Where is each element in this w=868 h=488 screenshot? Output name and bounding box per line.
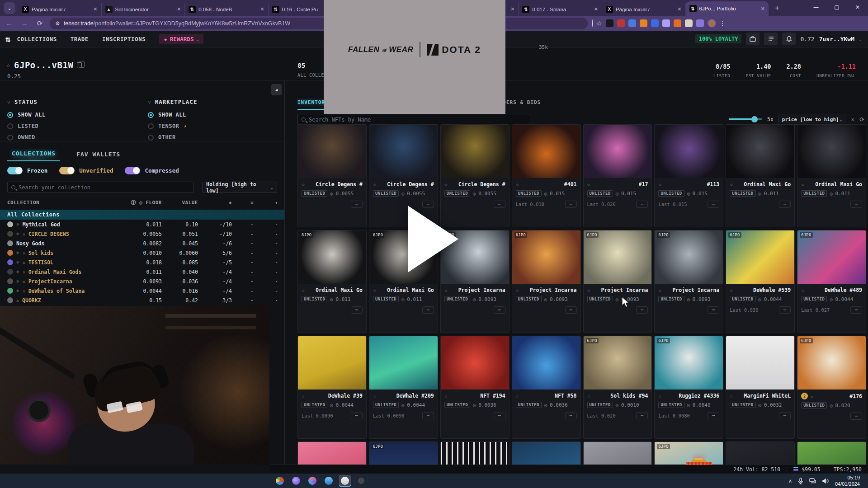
favorite-star-icon[interactable]: ☆	[302, 181, 305, 188]
nft-image[interactable]	[655, 125, 723, 178]
nft-image[interactable]	[797, 442, 866, 465]
nft-image[interactable]	[726, 125, 794, 178]
browser-tab[interactable]: X Página Inicial / ✕	[602, 3, 686, 16]
collection-row[interactable]: ⚛ ⚠ Ordinal Maxi Gods 0.011 0.040 -/4 - …	[0, 267, 284, 277]
nft-card[interactable]: 6JPO ☆ DeWhale #539 UNLISTED ◎ 0.0044 La…	[726, 230, 795, 333]
card-menu-button[interactable]: ⋯	[351, 412, 363, 419]
activity-list-icon[interactable]	[764, 33, 778, 45]
taskbar-clock[interactable]: 05:19 04/01/2024	[835, 474, 860, 488]
nft-image[interactable]	[369, 336, 438, 389]
nft-search-input[interactable]: Search NFTs by Name	[297, 114, 530, 125]
favorite-star-icon[interactable]: ☆	[373, 287, 376, 293]
taskbar-app-icon[interactable]	[307, 475, 318, 487]
nft-image[interactable]	[298, 442, 366, 465]
nft-card[interactable]: ☆ MarginFi WhiteL UNLISTED ◎ 0.0032 ⋯	[726, 336, 795, 439]
nft-card[interactable]: 6JPO ☆ Ordinal Maxi Go UNLISTED ◎ 0.011	[297, 230, 367, 333]
extension-icon[interactable]	[617, 19, 625, 27]
tab-close-icon[interactable]: ✕	[93, 6, 97, 12]
nft-card[interactable]: ☆ NFT #194 UNLISTED ◎ 0.0036 ⋯	[440, 336, 509, 439]
nft-image[interactable]: 6JPO	[797, 230, 866, 284]
nav-link[interactable]: INSCRIPTIONS	[102, 36, 146, 42]
nft-card[interactable]: 6JPO ☆ UNLISTED ◎ ⋯	[369, 441, 438, 465]
favorite-star-icon[interactable]: ☆	[587, 287, 590, 293]
floor-column-header[interactable]: ⓢ ◎ FLOOR	[117, 199, 162, 206]
favorite-star-icon[interactable]: ☆	[373, 181, 376, 188]
card-menu-button[interactable]: ⋯	[708, 412, 719, 419]
collection-sort-dropdown[interactable]: Holding [high to low] ⌄	[202, 182, 277, 193]
nft-image[interactable]	[726, 442, 794, 465]
nft-card[interactable]: ☆ DeWhale #39 UNLISTED ◎ 0.0044 Last 0.0…	[297, 336, 367, 439]
microphone-icon[interactable]	[798, 478, 803, 484]
card-menu-button[interactable]: ⋯	[494, 412, 505, 419]
nft-image[interactable]	[441, 125, 509, 178]
favorite-star-icon[interactable]: ☆	[516, 393, 519, 399]
card-menu-button[interactable]: ⋯	[779, 412, 791, 419]
favorite-star-icon[interactable]: ☆	[801, 287, 804, 293]
address-bar[interactable]: ⚙ tensor.trade/portfolio?wallet=6JPovTGY…	[50, 18, 588, 29]
minimize-button[interactable]: —	[806, 0, 826, 14]
taskbar-app-icon[interactable]	[290, 475, 302, 487]
tab-search-button[interactable]: ⌄	[4, 2, 15, 14]
favorite-star-icon[interactable]: ☆	[444, 181, 448, 188]
browser-tab[interactable]: ⇅ 0.017 - Solana ✕	[519, 3, 602, 16]
extension-icon[interactable]	[640, 19, 647, 27]
nft-image[interactable]: 6JPO	[726, 230, 794, 284]
nft-card[interactable]: ☆ Ordinal Maxi Go UNLISTED ◎ 0.011 ⋯	[726, 124, 795, 227]
tray-expand-icon[interactable]: ∧	[788, 478, 792, 484]
nft-card[interactable]: 6JPO ☆ Project Incarna UNLISTED ◎ 0.0093	[654, 230, 723, 333]
all-collections-row[interactable]: All Collections	[0, 210, 284, 220]
nft-card[interactable]: 6JPO ☆ Sol kids #94 UNLISTED ◎ 0.0010 La…	[583, 336, 652, 439]
marketplace-radio-option[interactable]: SHOW ALL	[148, 112, 197, 118]
nft-image[interactable]: 6JPO	[655, 336, 723, 389]
forward-button[interactable]: →	[18, 17, 31, 30]
card-menu-button[interactable]: ⋯	[850, 306, 862, 314]
star-column-header[interactable]: ✦	[254, 200, 278, 206]
taskbar-app-icon[interactable]	[274, 475, 286, 487]
status-radio-option[interactable]: SHOW ALL	[7, 112, 46, 118]
speaker-icon[interactable]	[822, 478, 829, 484]
clear-filters-icon[interactable]: ✕	[851, 116, 854, 122]
nft-image[interactable]	[441, 336, 509, 389]
nft-image[interactable]: 6JPO	[797, 336, 866, 389]
tensor-logo-icon[interactable]: ⇅	[5, 34, 10, 44]
browser-tab[interactable]: X Página Inicial / ✕	[18, 3, 102, 16]
portfolio-briefcase-icon[interactable]	[746, 33, 760, 45]
grid-zoom-slider[interactable]	[729, 118, 762, 120]
connected-wallet-button[interactable]: 7usr..YKwM	[819, 36, 854, 42]
value-column-header[interactable]: VALUE	[162, 200, 198, 206]
favorite-star-icon[interactable]: ☆	[658, 181, 661, 188]
nft-image[interactable]: 6JPO	[298, 230, 366, 284]
browser-menu-icon[interactable]: ⋮	[720, 20, 726, 27]
card-menu-button[interactable]: ⋯	[636, 201, 648, 208]
tab-close-icon[interactable]: ✕	[510, 6, 514, 12]
card-menu-button[interactable]: ⋯	[779, 306, 791, 314]
collection-row[interactable]: ⚛ ⚠ Nosy Gods 0.0082 0.045 -/6 - -	[0, 239, 284, 248]
card-menu-button[interactable]: ⋯	[565, 201, 577, 208]
status-radio-option[interactable]: LISTED	[7, 123, 46, 129]
tab-close-icon[interactable]: ✕	[761, 6, 765, 12]
favorite-star-icon[interactable]: ☆	[658, 287, 661, 293]
nft-image[interactable]	[726, 336, 794, 389]
nft-image[interactable]	[441, 442, 509, 465]
card-menu-button[interactable]: ⋯	[351, 306, 363, 314]
sidebar-tab[interactable]: FAV WALLETS	[72, 148, 125, 161]
card-menu-button[interactable]: ⋯	[351, 201, 363, 208]
nft-image[interactable]	[512, 336, 580, 389]
favorite-star-icon[interactable]: ☆	[373, 393, 376, 399]
favorite-star-icon[interactable]: ☆	[516, 287, 519, 293]
listed-column-header[interactable]: ◈	[198, 200, 232, 206]
maximize-button[interactable]: ▢	[826, 0, 847, 14]
nft-card[interactable]: ☆ UNLISTED ◎ ⋯	[297, 441, 367, 465]
nft-card[interactable]: ☆ Ordinal Maxi Go UNLISTED ◎ 0.011 ⋯	[797, 124, 866, 227]
marketplace-radio-option[interactable]: TENSOR ⚡	[148, 123, 197, 129]
card-menu-button[interactable]: ⋯	[494, 201, 505, 208]
nft-image[interactable]	[369, 125, 438, 178]
video-play-button[interactable]	[408, 206, 458, 272]
favorite-star-icon[interactable]: ☆	[810, 393, 813, 399]
nft-card[interactable]: ☆ #113 UNLISTED ◎ 0.015 Last 0.015 ⋯	[654, 124, 723, 227]
tab-close-icon[interactable]: ✕	[594, 6, 598, 12]
nft-card[interactable]: ☆ #17 UNLISTED ◎ 0.015 Last 0.026 ⋯	[583, 124, 652, 227]
nft-card[interactable]: 6JPO ☆ Project Incarna UNLISTED ◎ 0.0093	[583, 230, 652, 333]
nft-card[interactable]: ☆ UNLISTED ◎ ⋯	[512, 441, 581, 465]
card-menu-button[interactable]: ⋯	[565, 412, 577, 419]
